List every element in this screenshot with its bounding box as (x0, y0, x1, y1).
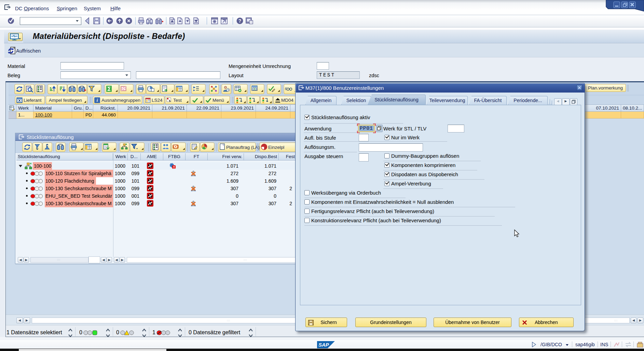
svg-text:Einzelpl: Einzelpl (268, 145, 284, 150)
svg-text:SAP: SAP (318, 342, 329, 348)
svg-text:i: i (97, 98, 98, 103)
svg-text:?: ? (238, 18, 242, 24)
svg-text:Planauftrag (LA): Planauftrag (LA) (226, 145, 260, 150)
